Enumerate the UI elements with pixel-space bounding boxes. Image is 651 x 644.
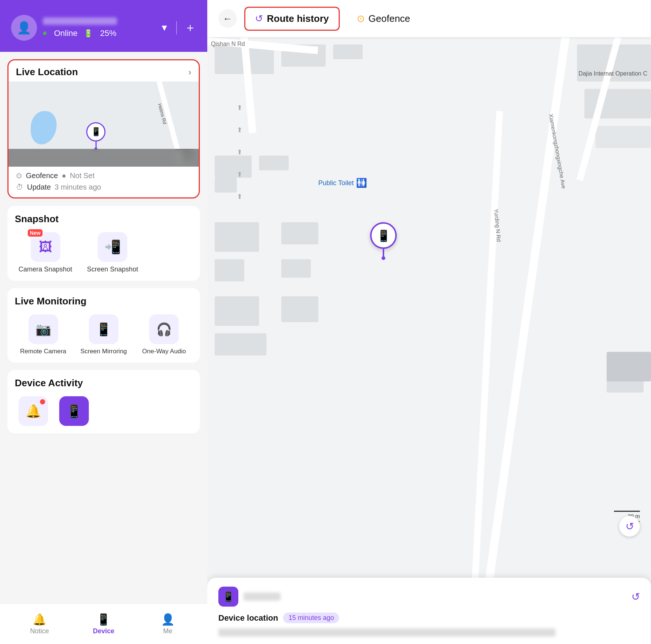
update-label: Update xyxy=(27,183,51,191)
activity-notice-icon-wrap: 🔔 xyxy=(19,396,48,426)
update-time: 3 minutes ago xyxy=(55,183,101,191)
building-12 xyxy=(215,296,259,326)
battery-icon: 🔋 xyxy=(84,29,93,38)
live-location-map[interactable]: Helms Rd 📱 50 m 100 ft xyxy=(9,81,199,167)
one-way-audio-item[interactable]: 🎧 One-Way Audio xyxy=(140,314,189,355)
activity-device-icon-wrap: 📱 xyxy=(59,396,89,426)
avatar[interactable]: 👤 xyxy=(11,15,37,41)
online-status: Online xyxy=(54,29,78,38)
new-badge: New xyxy=(27,228,44,237)
remote-camera-item[interactable]: 📷 Remote Camera xyxy=(19,314,68,355)
screen-snapshot-icon: 📲 xyxy=(104,239,121,255)
nav-item-me[interactable]: 👤 Me xyxy=(136,613,200,635)
building-6 xyxy=(595,126,651,148)
building-3 xyxy=(333,44,363,59)
left-panel: 👤 Online 🔋 25% ▼ ＋ Live Location › xyxy=(0,0,207,644)
activity-red-dot xyxy=(40,399,45,404)
device-nav-icon: 📱 xyxy=(97,613,110,626)
street-arrow-2: ⬆ xyxy=(237,126,242,134)
qishan-road-label: Qishan N Rd xyxy=(211,41,245,47)
activity-item-notice[interactable]: 🔔 xyxy=(19,396,48,426)
time-ago-badge: 15 minutes ago xyxy=(283,613,339,623)
map-refresh-button[interactable]: ↺ xyxy=(619,516,640,537)
building-7 xyxy=(215,156,252,178)
activity-device-icon: 📱 xyxy=(66,404,82,418)
battery-level: 25% xyxy=(100,29,117,38)
map-pin-stem xyxy=(383,249,384,256)
location-pin: 📱 xyxy=(86,122,105,150)
device-row: 📱 ↺ xyxy=(218,587,640,607)
remote-camera-icon-wrap: 📷 xyxy=(28,314,58,344)
building-10 xyxy=(215,222,259,252)
geofence-status: Not Set xyxy=(70,171,95,180)
map-content[interactable]: Qishan N Rd Xiamenkongzhongxingche Ave Y… xyxy=(207,37,651,644)
live-location-meta: ⊙ Geofence ● Not Set ⏱ Update 3 minutes … xyxy=(9,167,199,191)
online-dot xyxy=(43,31,47,35)
monitoring-items: 📷 Remote Camera 📱 Screen Mirroring 🎧 One… xyxy=(15,314,192,355)
map-bottom-blur xyxy=(9,149,199,167)
bottom-nav: 🔔 Notice 📱 Device 👤 Me xyxy=(0,603,207,644)
me-nav-icon: 👤 xyxy=(161,613,175,626)
live-monitoring-card: Live Monitoring 📷 Remote Camera 📱 Screen… xyxy=(7,288,200,363)
building-14 xyxy=(281,259,311,278)
snapshot-title: Snapshot xyxy=(15,213,192,225)
geofence-meta-icon: ⊙ xyxy=(16,171,22,180)
map-background: Helms Rd 📱 50 m 100 ft xyxy=(9,81,199,167)
map-pin-tip xyxy=(382,256,385,260)
header-info: Online 🔋 25% xyxy=(43,17,154,38)
street-arrow-5: ⬆ xyxy=(237,193,242,201)
camera-snapshot-item[interactable]: New 🖼 Camera Snapshot xyxy=(19,232,72,273)
geofence-button[interactable]: ⊙ Geofence xyxy=(347,8,420,30)
activity-items: 🔔 📱 xyxy=(15,396,192,426)
camera-snapshot-label: Camera Snapshot xyxy=(19,266,72,273)
activity-item-device[interactable]: 📱 xyxy=(59,396,89,426)
notice-nav-label: Notice xyxy=(30,627,49,635)
building-11 xyxy=(215,259,244,281)
snapshot-items: New 🖼 Camera Snapshot 📲 Screen Snapshot xyxy=(15,232,192,273)
snapshot-card: Snapshot New 🖼 Camera Snapshot 📲 Screen … xyxy=(7,206,200,281)
route-history-label: Route history xyxy=(267,13,329,24)
content-area: Live Location › Helms Rd 📱 xyxy=(0,52,207,603)
pin-stem xyxy=(95,141,97,147)
nav-item-notice[interactable]: 🔔 Notice xyxy=(7,613,71,635)
add-button[interactable]: ＋ xyxy=(184,20,196,36)
geofence-map-label: Geofence xyxy=(369,13,410,24)
remote-camera-icon: 📷 xyxy=(36,322,51,337)
device-location-row: Device location 15 minutes ago xyxy=(218,613,640,623)
live-location-card[interactable]: Live Location › Helms Rd 📱 xyxy=(7,59,200,198)
screen-snapshot-icon-wrap: 📲 xyxy=(98,232,127,262)
bottom-refresh-icon[interactable]: ↺ xyxy=(631,591,640,603)
map-device-pin: 📱 xyxy=(370,222,397,260)
device-location-label: Device location xyxy=(218,613,278,623)
dropdown-arrow-icon[interactable]: ▼ xyxy=(160,23,169,33)
dajia-label: Dajia Internat Operation C xyxy=(578,70,647,77)
building-15 xyxy=(281,296,318,322)
back-button[interactable]: ← xyxy=(218,9,237,28)
location-area-blob xyxy=(31,111,57,144)
header: 👤 Online 🔋 25% ▼ ＋ xyxy=(0,0,207,52)
header-divider xyxy=(176,21,177,34)
geofence-row: ⊙ Geofence ● Not Set xyxy=(16,171,191,180)
street-arrow-1: ⬆ xyxy=(237,104,242,112)
device-activity-title: Device Activity xyxy=(15,377,192,389)
avatar-icon: 👤 xyxy=(17,21,31,35)
screen-snapshot-label: Screen Snapshot xyxy=(87,266,138,273)
screen-snapshot-item[interactable]: 📲 Screen Snapshot xyxy=(87,232,138,273)
remote-camera-label: Remote Camera xyxy=(20,348,66,355)
one-way-audio-icon-wrap: 🎧 xyxy=(149,314,179,344)
live-location-title: Live Location › xyxy=(9,60,199,81)
right-panel: ← ↺ Route history ⊙ Geofence xyxy=(207,0,651,644)
nav-item-device[interactable]: 📱 Device xyxy=(71,613,135,635)
update-meta-icon: ⏱ xyxy=(16,183,23,191)
address-blur xyxy=(218,628,556,637)
header-actions: ▼ ＋ xyxy=(160,20,196,36)
screen-mirroring-item[interactable]: 📱 Screen Mirroring xyxy=(79,314,128,355)
live-location-chevron-icon: › xyxy=(188,67,191,77)
one-way-audio-icon: 🎧 xyxy=(156,322,172,337)
device-phone-icon: 📱 xyxy=(222,591,234,603)
poi-icon: 🚻 xyxy=(356,178,367,188)
street-arrow-3: ⬆ xyxy=(237,148,242,156)
map-scale-line xyxy=(614,511,640,512)
route-history-button[interactable]: ↺ Route history xyxy=(244,7,340,31)
screen-mirroring-icon: 📱 xyxy=(96,322,111,337)
